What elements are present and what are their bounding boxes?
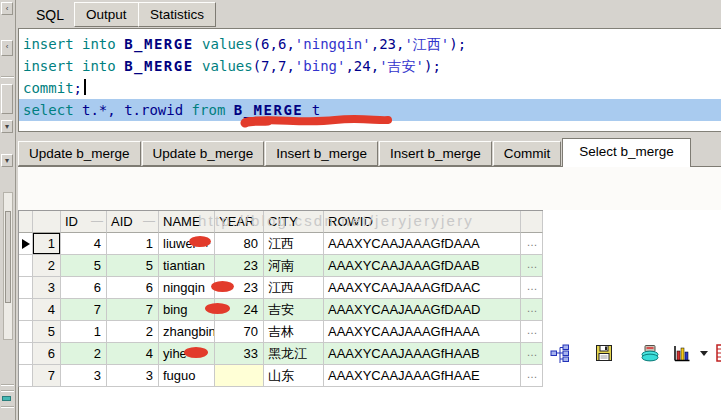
grid-row-3[interactable]: 3 6 6 ningqin 23 江西 AAAXYCAAJAAAGfDAAC … [19, 277, 543, 299]
cell-year[interactable]: 23 [215, 255, 264, 277]
divider [1, 390, 14, 392]
query-plan-icon[interactable] [550, 343, 570, 363]
cell-id[interactable]: 2 [61, 343, 107, 365]
cell-aid[interactable]: 6 [107, 277, 159, 299]
cell-aid[interactable]: 5 [107, 255, 159, 277]
column-header-city[interactable]: CITY [264, 211, 324, 233]
cell-rowid[interactable]: AAAXYCAAJAAAGfDAAA [324, 233, 521, 255]
cell-detail-button[interactable]: … [521, 365, 543, 387]
grid-row-6[interactable]: 6 2 4 yihe++ 33 黑龙江 AAAXYCAAJAAAGfHAAB … [19, 343, 543, 365]
grid-row-1[interactable]: 1 4 1 liuwei++ 80 江西 AAAXYCAAJAAAGfDAAA … [19, 233, 543, 255]
save-results-icon[interactable] [594, 343, 614, 363]
cell-year[interactable]: 24 [215, 299, 264, 321]
cell-year[interactable]: 70 [215, 321, 264, 343]
cell-rowid[interactable]: AAAXYCAAJAAAGfHAAB [324, 343, 521, 365]
sql-window: ‹ ‹ ▾ ▾ SQL Output Statistics insert int… [0, 0, 721, 420]
rownum-cell[interactable]: 5 [33, 321, 61, 343]
cell-id[interactable]: 5 [61, 255, 107, 277]
cell-name[interactable]: yihe++ [159, 343, 215, 365]
cell-id[interactable]: 4 [61, 233, 107, 255]
cell-detail-button[interactable]: … [521, 299, 543, 321]
cell-year[interactable]: 80 [215, 233, 264, 255]
cell-detail-button[interactable]: … [521, 233, 543, 255]
cell-rowid[interactable]: AAAXYCAAJAAAGfDAAC [324, 277, 521, 299]
cell-detail-button[interactable]: … [521, 255, 543, 277]
cell-rowid[interactable]: AAAXYCAAJAAAGfDAAB [324, 255, 521, 277]
indicator-cell [19, 365, 33, 387]
column-header-year[interactable]: YEAR [215, 211, 264, 233]
cell-name[interactable]: zhangbin [159, 321, 215, 343]
scrollbar[interactable] [3, 192, 13, 340]
cell-name[interactable]: bing [159, 299, 215, 321]
tab-select-b-merge[interactable]: Select b_merge [562, 138, 691, 167]
cell-name[interactable]: liuwei++ [159, 233, 215, 255]
cell-city[interactable]: 山东 [264, 365, 324, 387]
sql-editor[interactable]: insert into B_MERGE values(6,6,'ningqin'… [18, 28, 721, 132]
rownum-cell[interactable]: 1 [33, 233, 61, 255]
column-header-rowid[interactable]: ROWID [324, 211, 521, 233]
toolbar-fragment-button[interactable] [1, 84, 13, 114]
tab-commit[interactable]: Commit [493, 141, 562, 166]
cell-city[interactable]: 吉安 [264, 299, 324, 321]
tab-statistics[interactable]: Statistics [138, 2, 216, 27]
divider [1, 406, 14, 408]
grid-row-2[interactable]: 2 5 5 tiantian 23 河南 AAAXYCAAJAAAGfDAAB … [19, 255, 543, 277]
cell-city[interactable]: 吉林 [264, 321, 324, 343]
rownum-cell[interactable]: 7 [33, 365, 61, 387]
dropdown-fragment[interactable]: ▾ [1, 154, 13, 167]
grid-row-4[interactable]: 4 7 7 bing 24 吉安 AAAXYCAAJAAAGfDAAD … [19, 299, 543, 321]
collapse-left-button[interactable]: ‹ [1, 2, 13, 15]
rownum-cell[interactable]: 2 [33, 255, 61, 277]
tab-insert-b-merge-2[interactable]: Insert b_merge [379, 141, 492, 166]
column-header-name[interactable]: NAME [159, 211, 215, 233]
cell-id[interactable]: 6 [61, 277, 107, 299]
cell-aid[interactable]: 7 [107, 299, 159, 321]
report-icon[interactable] [716, 343, 721, 363]
tab-insert-b-merge-1[interactable]: Insert b_merge [265, 141, 378, 166]
cell-year[interactable]: 33 [215, 343, 264, 365]
tab-output[interactable]: Output [74, 2, 139, 27]
cell-detail-button[interactable]: … [521, 321, 543, 343]
cell-aid[interactable]: 3 [107, 365, 159, 387]
cell-city[interactable]: 黑龙江 [264, 343, 324, 365]
grid-row-7[interactable]: 7 3 3 fuguo 山东 AAAXYCAAJAAAGfHAAE … [19, 365, 543, 387]
chart-dropdown-icon[interactable] [700, 351, 708, 356]
tab-sql[interactable]: SQL [22, 4, 78, 26]
cell-year[interactable]: 23 [215, 277, 264, 299]
tab-update-b-merge-2[interactable]: Update b_merge [142, 141, 265, 166]
cell-name[interactable]: fuguo [159, 365, 215, 387]
collapse-left-button[interactable]: ‹ [1, 40, 13, 56]
cell-id[interactable]: 3 [61, 365, 107, 387]
cell-detail-button[interactable]: … [521, 343, 543, 365]
rownum-cell[interactable]: 4 [33, 299, 61, 321]
cell-aid[interactable]: 4 [107, 343, 159, 365]
rownum-cell[interactable]: 6 [33, 343, 61, 365]
dropdown-fragment[interactable]: ▾ [1, 120, 13, 133]
cell-rowid[interactable]: AAAXYCAAJAAAGfHAAA [324, 321, 521, 343]
cell-name[interactable]: tiantian [159, 255, 215, 277]
cell-id[interactable]: 7 [61, 299, 107, 321]
cell-rowid[interactable]: AAAXYCAAJAAAGfDAAD [324, 299, 521, 321]
column-header-aid[interactable]: AID— [107, 211, 159, 233]
cell-name[interactable]: ningqin [159, 277, 215, 299]
scrollbar-thumb[interactable] [5, 211, 11, 303]
cell-aid[interactable]: 1 [107, 233, 159, 255]
cell-id[interactable]: 1 [61, 321, 107, 343]
rownum-cell[interactable]: 3 [33, 277, 61, 299]
column-header-id[interactable]: ID— [61, 211, 107, 233]
watermark-mark: — [143, 211, 155, 232]
grid-row-5[interactable]: 5 1 2 zhangbin 70 吉林 AAAXYCAAJAAAGfHAAA … [19, 321, 543, 343]
chart-icon[interactable] [672, 343, 692, 363]
cell-year-null[interactable] [215, 365, 264, 387]
cell-city[interactable]: 江西 [264, 277, 324, 299]
result-tab-bar: Update b_merge Update b_merge Insert b_m… [18, 138, 721, 166]
indicator-cell [19, 321, 33, 343]
sql-line: insert into B_MERGE values(7,7,'bing',24… [19, 55, 721, 77]
cell-detail-button[interactable]: … [521, 277, 543, 299]
export-results-icon[interactable] [640, 343, 660, 363]
cell-rowid[interactable]: AAAXYCAAJAAAGfHAAE [324, 365, 521, 387]
cell-aid[interactable]: 2 [107, 321, 159, 343]
cell-city[interactable]: 河南 [264, 255, 324, 277]
cell-city[interactable]: 江西 [264, 233, 324, 255]
tab-update-b-merge-1[interactable]: Update b_merge [18, 141, 141, 166]
